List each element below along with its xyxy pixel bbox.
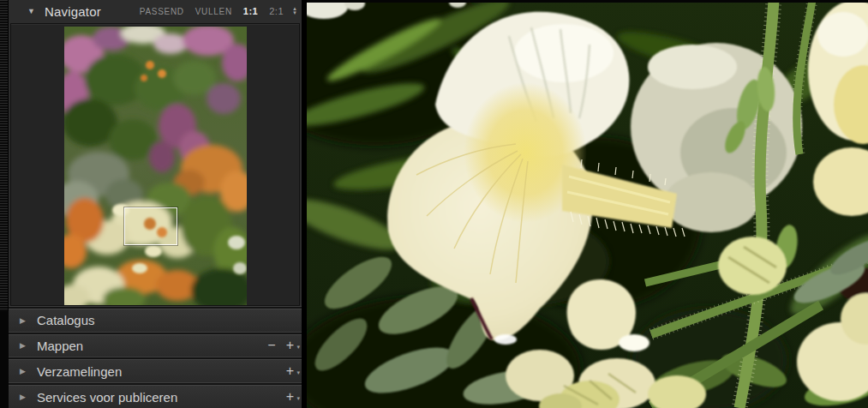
panel-header-mappen[interactable]: ▶ Mappen − +▾	[9, 335, 302, 357]
add-collection-button[interactable]: +▾	[286, 364, 294, 378]
navigator-panel-header[interactable]: ▼ Navigator PASSEND VULLEN 1:1 2:1 ▲ ▼	[9, 0, 302, 23]
expand-triangle-icon: ▶	[20, 316, 31, 325]
navigator-title: Navigator	[45, 4, 101, 19]
panel-header-verzamelingen[interactable]: ▶ Verzamelingen +▾	[9, 360, 302, 382]
panel-label: Services voor publiceren	[37, 390, 177, 405]
garden-thumbnail-image	[64, 27, 247, 305]
panel-body: ▼ Navigator PASSEND VULLEN 1:1 2:1 ▲ ▼	[9, 0, 302, 408]
caret-down-icon: ▾	[296, 366, 300, 380]
expand-triangle-icon: ▶	[20, 367, 31, 375]
left-panel: ▼ Navigator PASSEND VULLEN 1:1 2:1 ▲ ▼	[0, 0, 302, 408]
zoom-option-passend[interactable]: PASSEND	[140, 7, 184, 16]
expand-triangle-icon: ▶	[20, 393, 31, 401]
navigator-thumbnail[interactable]	[64, 27, 247, 305]
panel-header-catalogus[interactable]: ▶ Catalogus	[9, 309, 302, 332]
navigator-preview-area	[10, 23, 300, 306]
plus-icon: +	[286, 363, 294, 378]
plus-icon: +	[286, 389, 294, 404]
collapse-triangle-icon: ▼	[27, 7, 35, 15]
zoom-options: PASSEND VULLEN 1:1 2:1 ▲ ▼	[140, 6, 297, 16]
panel-label: Verzamelingen	[37, 364, 122, 379]
photo-yellow-petunias	[307, 0, 868, 408]
panel-scrollbar-grip[interactable]	[0, 0, 9, 311]
zoom-option-vullen[interactable]: VULLEN	[195, 7, 232, 16]
panel-edge	[0, 0, 9, 408]
panel-actions: − +▾	[267, 339, 294, 352]
panel-label: Catalogus	[37, 313, 95, 327]
caret-down-icon: ▾	[296, 392, 300, 405]
panel-label: Mappen	[37, 339, 83, 353]
zoom-option-1-1[interactable]: 1:1	[243, 6, 258, 16]
navigator-zoom-rectangle[interactable]	[124, 207, 177, 245]
expand-triangle-icon: ▶	[20, 341, 31, 350]
spinner-down-icon: ▼	[292, 11, 297, 15]
loupe-view[interactable]	[302, 0, 868, 408]
add-folder-button[interactable]: +▾	[286, 339, 294, 352]
zoom-option-2-1[interactable]: 2:1	[269, 6, 284, 16]
remove-folder-button[interactable]: −	[267, 339, 275, 352]
zoom-ratio-spinner[interactable]: ▲ ▼	[292, 7, 297, 15]
panel-actions: +▾	[286, 390, 294, 404]
caret-down-icon: ▾	[296, 340, 300, 354]
plus-icon: +	[286, 338, 294, 352]
add-publish-service-button[interactable]: +▾	[286, 390, 294, 404]
panel-actions: +▾	[286, 364, 294, 378]
panel-header-services-voor-publiceren[interactable]: ▶ Services voor publiceren +▾	[9, 386, 302, 408]
